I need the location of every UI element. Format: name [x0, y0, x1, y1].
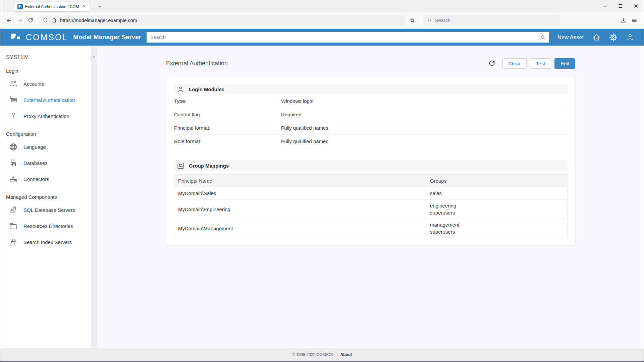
sidebar: SYSTEM Login Accounts External Authentic… [0, 46, 91, 348]
field-value: Required [281, 112, 302, 117]
comsol-logo: COMSOL [10, 33, 68, 42]
sidebar-item-sql-database-servers[interactable]: SQL Database Servers [0, 202, 91, 218]
browser-search-input[interactable] [435, 18, 546, 23]
group-value: sales [430, 190, 563, 197]
tab-title: External Authentication | COMS [25, 4, 79, 9]
shield-icon[interactable] [43, 17, 48, 23]
menu-hamburger-icon[interactable] [629, 15, 640, 26]
search-index-servers-icon [9, 238, 18, 247]
window-maximize-icon[interactable] [613, 0, 628, 12]
principal-name: MyDomain\Sales [178, 190, 422, 197]
sidebar-item-resources-directories[interactable]: Resources Directories [0, 218, 91, 234]
downloads-icon[interactable] [618, 15, 629, 26]
login-modules-title: Login Modules [189, 86, 224, 92]
collapse-chevron-icon[interactable]: « [93, 54, 95, 60]
brand-name: COMSOL [26, 33, 68, 42]
refresh-icon[interactable] [488, 59, 496, 68]
clear-button[interactable]: Clear [502, 58, 527, 69]
forward-icon[interactable] [14, 15, 25, 26]
app-title: Model Manager Server [73, 34, 141, 41]
group-value: superusers [430, 209, 563, 216]
sidebar-item-search-index-servers[interactable]: Search Index Servers [0, 234, 91, 250]
test-button[interactable]: Test [530, 58, 551, 69]
sidebar-item-language[interactable]: Language [0, 139, 91, 155]
group-icon [177, 162, 184, 170]
field-row-role-format: Role format: Fully qualified names [174, 135, 568, 148]
home-icon[interactable] [592, 33, 601, 42]
footer: © 1998-2022 COMSOL About [0, 348, 644, 361]
sidebar-item-label: Proxy Authentication [23, 113, 69, 119]
group-mappings-title: Group Mappings [189, 163, 229, 169]
copyright-text: © 1998-2022 COMSOL [292, 352, 334, 357]
group-value: management [430, 221, 563, 228]
person-icon [177, 85, 184, 93]
browser-titlebar: External Authentication | COMS × + [0, 0, 644, 12]
sidebar-item-label: Language [23, 144, 46, 150]
table-header-row: Principal Name Groups [174, 175, 567, 187]
sidebar-item-label: Connectors [23, 176, 49, 182]
window-close-icon[interactable] [628, 0, 644, 12]
databases-icon [9, 159, 18, 168]
about-link[interactable]: About [340, 352, 352, 357]
sidebar-title: SYSTEM [0, 54, 91, 61]
proxy-authentication-icon [9, 112, 18, 121]
page-info-icon[interactable] [51, 17, 57, 23]
bookmark-star-icon[interactable] [407, 15, 418, 26]
field-value: Windows login [281, 98, 314, 104]
footer-divider [337, 352, 337, 357]
sidebar-collapse-handle[interactable]: « [91, 46, 97, 348]
sidebar-group-managed-components: Managed Components [0, 194, 91, 200]
sidebar-item-databases[interactable]: Databases [0, 155, 91, 171]
browser-search[interactable] [424, 15, 560, 26]
app-search[interactable] [147, 32, 549, 43]
field-label: Control flag: [174, 112, 281, 117]
principal-name: MyDomain\Management [178, 225, 422, 232]
table-row[interactable]: MyDomain\Management management superuser… [174, 219, 567, 238]
new-asset-button[interactable]: New Asset [557, 34, 584, 41]
back-icon[interactable] [4, 15, 14, 26]
search-icon[interactable] [540, 35, 546, 40]
tab-close-icon[interactable]: × [81, 4, 87, 10]
group-mappings-section-header: Group Mappings [174, 160, 568, 171]
sql-database-servers-icon [9, 205, 18, 215]
column-header-principal-name: Principal Name [174, 175, 426, 187]
app-search-input[interactable] [150, 35, 540, 40]
sidebar-item-label: SQL Database Servers [23, 207, 75, 213]
window-bottom-edge [0, 361, 644, 362]
field-row-type: Type: Windows login [174, 95, 568, 108]
column-header-groups: Groups [426, 175, 567, 187]
sidebar-item-label: External Authentication [23, 97, 75, 103]
sidebar-item-external-authentication[interactable]: External Authentication [0, 92, 91, 108]
browser-toolbar: https://modelmanager.example.com [0, 12, 644, 29]
field-label: Principal format: [174, 125, 281, 131]
window-minimize-icon[interactable] [597, 0, 613, 12]
external-authentication-card: Login Modules Type: Windows login Contro… [166, 76, 575, 246]
sidebar-item-proxy-authentication[interactable]: Proxy Authentication [0, 108, 91, 124]
favicon [17, 4, 23, 9]
sidebar-item-connectors[interactable]: Connectors [0, 171, 91, 187]
field-row-principal-format: Principal format: Fully qualified names [174, 121, 568, 135]
edit-button[interactable]: Edit [554, 58, 575, 69]
table-row[interactable]: MyDomain\Sales sales [174, 187, 567, 200]
external-authentication-icon [9, 96, 18, 105]
language-globe-icon [9, 142, 18, 152]
login-modules-section-header: Login Modules [174, 84, 568, 95]
browser-tab[interactable]: External Authentication | COMS × [14, 2, 90, 11]
sidebar-item-accounts[interactable]: Accounts [0, 76, 91, 92]
sidebar-item-label: Search Index Servers [23, 239, 72, 245]
user-profile-icon[interactable] [625, 33, 635, 42]
group-value: engineering [430, 202, 563, 209]
settings-gear-icon[interactable] [608, 33, 618, 42]
sidebar-group-login: Login [0, 68, 91, 74]
principal-name: MyDomain\Engineering [178, 206, 422, 213]
url-text[interactable]: https://modelmanager.example.com [60, 18, 137, 23]
search-icon [427, 18, 432, 23]
group-mappings-table: Principal Name Groups MyDomain\Sales sal… [174, 174, 568, 238]
url-bar[interactable]: https://modelmanager.example.com [39, 15, 406, 26]
table-row[interactable]: MyDomain\Engineering engineering superus… [174, 200, 567, 219]
accounts-icon [9, 79, 18, 88]
field-value: Fully qualified names [281, 125, 328, 131]
new-tab-button[interactable]: + [96, 2, 104, 10]
reload-icon[interactable] [25, 15, 36, 26]
field-value: Fully qualified names [281, 138, 328, 144]
